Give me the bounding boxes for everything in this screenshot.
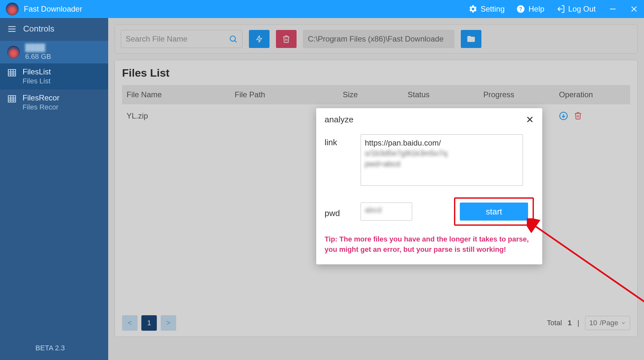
modal-close-button[interactable]: ✕ <box>526 115 534 125</box>
close-window-button[interactable] <box>630 5 638 13</box>
setting-button[interactable]: Setting <box>469 5 505 14</box>
link-line3: pwd=abcd <box>365 159 519 169</box>
pwd-value: abcd <box>365 205 382 214</box>
analyze-modal: analyze ✕ link https://pan.baidu.com/ s/… <box>316 108 542 264</box>
modal-tip: Tip: The more files you have and the lon… <box>325 234 534 255</box>
user-storage: 6.68 GB <box>25 52 51 61</box>
table-icon <box>7 68 17 78</box>
pwd-label: pwd <box>325 205 361 218</box>
modal-title: analyze <box>325 115 354 125</box>
setting-label: Setting <box>481 5 505 14</box>
table-icon <box>7 94 17 104</box>
sidebar-item-filesrecor[interactable]: FilesRecor Files Recor <box>0 90 108 116</box>
sidebar-user[interactable]: ████ 6.68 GB <box>0 41 108 63</box>
avatar <box>7 46 20 59</box>
link-line1: https://pan.baidu.com/ <box>365 138 519 148</box>
minimize-button[interactable] <box>609 5 617 13</box>
sidebar: Controls ████ 6.68 GB FilesList Files Li… <box>0 18 108 360</box>
svg-rect-9 <box>8 70 16 76</box>
help-label: Help <box>528 5 544 14</box>
start-highlight: start <box>454 197 534 226</box>
sidebar-version: BETA 2.3 <box>0 337 108 360</box>
controls-label: Controls <box>23 24 54 34</box>
help-button[interactable]: ? Help <box>516 5 544 14</box>
link-input[interactable]: https://pan.baidu.com/ s/1b3d5e7g9i1k3m5… <box>361 134 523 186</box>
svg-text:?: ? <box>519 6 522 12</box>
sidebar-item-sub: Files Recor <box>23 103 60 112</box>
sidebar-controls[interactable]: Controls <box>0 18 108 41</box>
gear-icon <box>469 5 478 14</box>
link-label: link <box>325 134 361 147</box>
pwd-input[interactable]: abcd <box>361 203 412 221</box>
hamburger-icon <box>7 24 17 34</box>
main-area: C:\Program Files (x86)\Fast Downloade Fi… <box>108 18 644 360</box>
help-icon: ? <box>516 5 525 14</box>
sidebar-item-sub: Files List <box>23 77 51 86</box>
app-logo <box>6 3 19 15</box>
sidebar-item-title: FilesRecor <box>23 93 60 103</box>
logout-label: Log Out <box>568 5 596 14</box>
svg-rect-14 <box>8 96 16 102</box>
titlebar: Fast Downloader Setting ? Help Log Out <box>0 0 644 18</box>
sidebar-item-title: FilesList <box>23 67 51 77</box>
sidebar-item-fileslist[interactable]: FilesList Files List <box>0 63 108 90</box>
app-title: Fast Downloader <box>24 5 82 14</box>
user-name: ████ <box>25 43 51 52</box>
logout-icon <box>556 5 565 14</box>
link-line2: s/1b3d5e7g9i1k3m5o7q <box>365 148 519 158</box>
logout-button[interactable]: Log Out <box>556 5 596 14</box>
start-button[interactable]: start <box>460 203 528 221</box>
